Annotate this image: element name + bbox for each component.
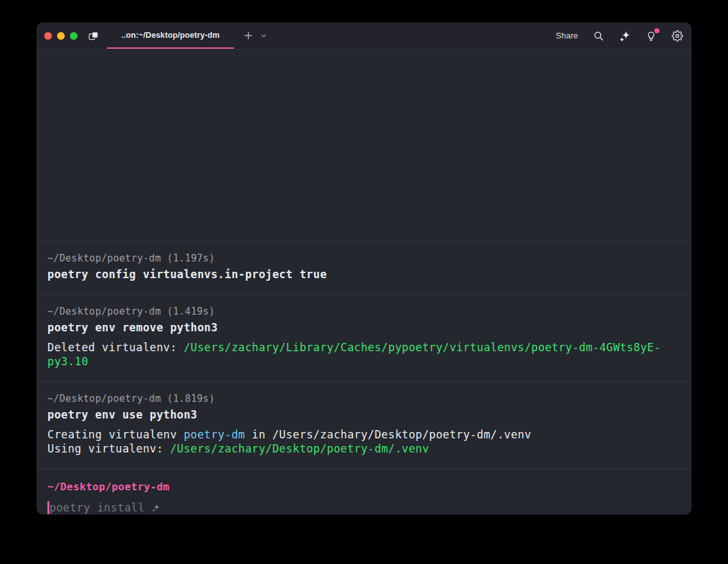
output-segment: Deleted virtualenv: xyxy=(47,341,184,354)
command-block[interactable]: ~/Desktop/poetry-dm (1.419s)poetry env r… xyxy=(37,294,691,381)
current-input-block[interactable]: ~/Desktop/poetry-dmpoetry install xyxy=(37,469,691,515)
terminal-window: ..on:~/Desktop/poetry-dm Share xyxy=(37,22,691,515)
output-line: py3.10 xyxy=(47,354,681,369)
share-button[interactable]: Share xyxy=(556,31,578,40)
ai-suggestion-sparkle-icon xyxy=(151,503,160,512)
prompt-path: ~/Desktop/poetry-dm (1.419s) xyxy=(47,305,681,318)
output-line: Creating virtualenv poetry-dm in /Users/… xyxy=(47,427,681,442)
output-segment: py3.10 xyxy=(47,355,88,368)
ai-sparkle-icon[interactable] xyxy=(619,30,631,42)
terminal-empty-area[interactable] xyxy=(37,49,691,241)
new-tab-plus-icon[interactable] xyxy=(243,22,254,49)
output-line: Deleted virtualenv: /Users/zachary/Libra… xyxy=(47,340,681,354)
minimize-button[interactable] xyxy=(57,32,65,40)
notification-dot xyxy=(654,28,659,33)
ghost-suggestion: poetry install xyxy=(49,501,145,515)
prompt-path: ~/Desktop/poetry-dm (1.819s) xyxy=(47,392,681,405)
output-line: Using virtualenv: /Users/zachary/Desktop… xyxy=(47,442,681,456)
command-text: poetry env remove python3 xyxy=(47,320,681,335)
terminal-pane[interactable]: ~/Desktop/poetry-dm (1.197s)poetry confi… xyxy=(37,49,691,515)
output-segment: in /Users/zachary/Desktop/poetry-dm/.ven… xyxy=(245,428,531,441)
command-text: poetry env use python3 xyxy=(47,408,681,422)
traffic-lights xyxy=(44,22,78,49)
tab-active[interactable]: ..on:~/Desktop/poetry-dm xyxy=(107,22,234,49)
output-segment: poetry-dm xyxy=(184,428,245,441)
output-segment: /Users/zachary/Desktop/poetry-dm/.venv xyxy=(170,442,429,455)
workspace-panels-icon[interactable] xyxy=(88,22,99,49)
prompt-path: ~/Desktop/poetry-dm (1.197s) xyxy=(47,252,681,265)
command-output: Creating virtualenv poetry-dm in /Users/… xyxy=(47,427,681,456)
tab-title: ..on:~/Desktop/poetry-dm xyxy=(121,31,219,40)
zoom-button[interactable] xyxy=(70,32,78,40)
titlebar-actions: Share xyxy=(556,22,683,49)
search-icon[interactable] xyxy=(593,30,604,42)
output-segment: /Users/zachary/Library/Caches/pypoetry/v… xyxy=(184,341,661,354)
tab-list-chevron-down-icon[interactable] xyxy=(260,22,267,49)
prompt-path: ~/Desktop/poetry-dm xyxy=(47,481,681,494)
settings-gear-icon[interactable] xyxy=(672,30,683,42)
command-text: poetry config virtualenvs.in-project tru… xyxy=(47,267,681,281)
command-block[interactable]: ~/Desktop/poetry-dm (1.819s)poetry env u… xyxy=(37,381,691,469)
blocks-container: ~/Desktop/poetry-dm (1.197s)poetry confi… xyxy=(37,241,691,515)
tab-bar: ..on:~/Desktop/poetry-dm Share xyxy=(37,22,691,49)
output-segment: Creating virtualenv xyxy=(47,428,184,441)
output-segment: Using virtualenv: xyxy=(47,442,170,455)
command-output: Deleted virtualenv: /Users/zachary/Libra… xyxy=(47,340,681,369)
command-input[interactable]: poetry install xyxy=(47,501,681,515)
close-button[interactable] xyxy=(44,32,52,40)
command-block[interactable]: ~/Desktop/poetry-dm (1.197s)poetry confi… xyxy=(37,241,691,294)
